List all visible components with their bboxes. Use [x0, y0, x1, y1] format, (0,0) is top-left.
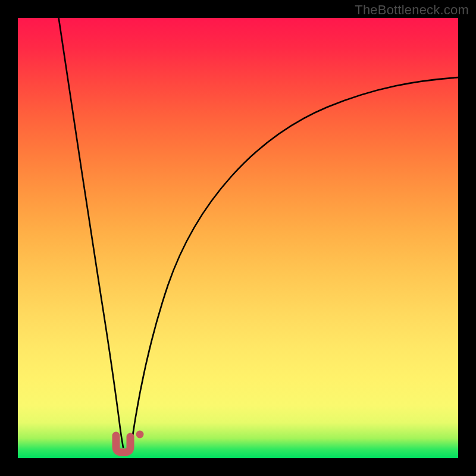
- watermark-text: TheBottleneck.com: [355, 2, 469, 18]
- right-ascending-curve: [131, 77, 458, 447]
- plot-area: [18, 18, 458, 458]
- left-descending-curve: [58, 18, 123, 447]
- chart-frame: TheBottleneck.com: [0, 0, 476, 476]
- curves-layer: [18, 18, 458, 458]
- side-dot-marker: [136, 431, 144, 439]
